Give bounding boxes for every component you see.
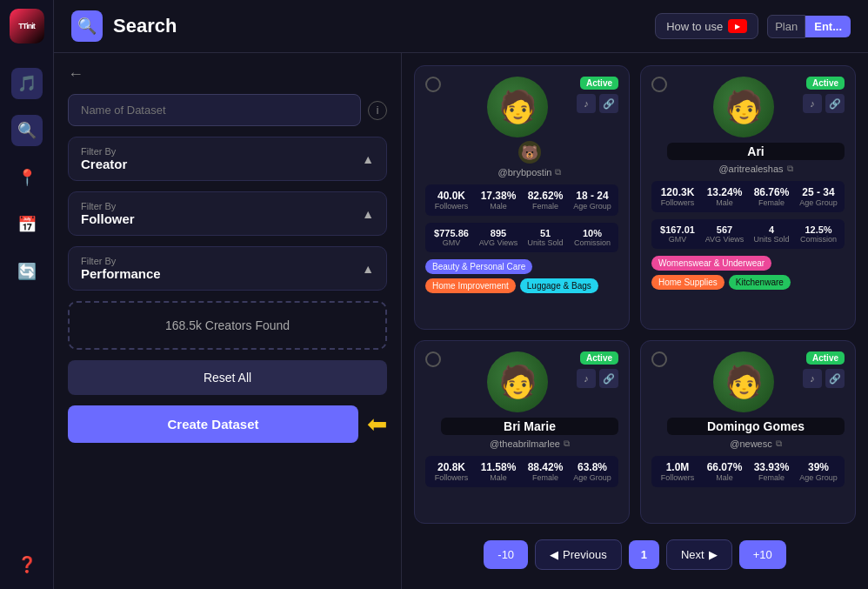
card-2-status: Active [806,77,845,90]
card-2-avatar: 🧑 [713,77,774,137]
card-1-copy-icon[interactable]: ⧉ [555,167,561,177]
filter-follower-section: Filter By Follower ▲ [68,191,387,236]
card-2-link-icon[interactable]: 🔗 [825,94,845,113]
page-number-button[interactable]: 1 [629,540,659,569]
card-1-select[interactable] [425,77,441,92]
filter-performance-label-small: Filter By [81,256,161,266]
filter-follower-toggle[interactable]: Filter By Follower ▲ [69,192,386,235]
sidebar-item-location[interactable]: 📍 [11,162,43,193]
card-4-age-stat: 39% Age Group [796,461,841,482]
card-1-platform-icons: ♪ 🔗 [577,94,618,113]
main-content: 🔍 Search How to use ▶ Plan Ent... ← i [54,0,868,589]
card-4-avatar: 🧑 [713,351,774,412]
card-1-age-stat: 18 - 24 Age Group [570,190,615,211]
card-2-handle: @aritrealeshas ⧉ [718,164,792,174]
card-4-displayname: Domingo Gomes [667,418,845,435]
card-3-handle: @theabrilmarlee ⧉ [490,438,570,449]
card-1-link-icon[interactable]: 🔗 [599,94,618,113]
card-2-female-stat: 86.76% Female [749,186,794,207]
sidebar-item-analytics[interactable]: 🔄 [11,256,43,287]
card-3-avatar: 🧑 [487,351,548,412]
card-2-unitssold-metric: 4 Units Sold [749,224,794,244]
previous-arrow-icon: ◀ [550,548,558,561]
next-button[interactable]: Next ▶ [666,539,732,570]
card-2-followers-stat: 120.3K Followers [655,186,700,207]
card-1-followers-stat: 40.0K Followers [429,190,474,211]
filter-performance-toggle[interactable]: Filter By Performance ▲ [69,247,386,290]
body-container: ← i Filter By Creator ▲ [54,53,868,589]
info-icon[interactable]: i [368,101,387,120]
card-1-tag-home[interactable]: Home Improvement [425,278,516,293]
card-2-tag-womenswear[interactable]: Womenswear & Underwear [651,256,771,271]
card-1-tiktok-icon[interactable]: ♪ [577,94,596,113]
card-3-select[interactable] [425,351,441,367]
card-4-link-icon[interactable]: 🔗 [825,369,845,388]
card-3-stats: 20.8K Followers 11.58% Male 88.42% Femal… [425,456,618,487]
previous-button[interactable]: ◀ Previous [535,539,622,570]
card-3-tiktok-icon[interactable]: ♪ [577,369,596,388]
card-2-tag-home-supplies[interactable]: Home Supplies [651,275,724,290]
sidebar-item-home[interactable]: 🎵 [11,68,43,99]
card-2-tiktok-icon[interactable]: ♪ [803,94,822,113]
card-2-select[interactable] [651,77,667,92]
plus-ten-button[interactable]: +10 [739,540,786,569]
creator-card-3: 🧑 Active ♪ 🔗 Bri Marie [414,340,630,524]
card-4-male-stat: 66.07% Male [702,461,747,482]
card-4-tiktok-icon[interactable]: ♪ [803,369,822,388]
filter-creator-label-small: Filter By [81,146,127,157]
app-logo[interactable]: TTinit [10,9,44,44]
card-3-link-icon[interactable]: 🔗 [599,369,618,388]
sidebar-item-search[interactable]: 🔍 [11,115,43,146]
card-2-age-stat: 25 - 34 Age Group [796,186,841,207]
next-arrow-icon: ▶ [709,548,718,561]
creator-card-2: 🧑 Active ♪ 🔗 Ari [640,65,856,330]
create-dataset-row: Create Dataset ⬅ [68,405,387,443]
how-to-use-button[interactable]: How to use ▶ [655,13,758,39]
card-1-tag-beauty[interactable]: Beauty & Personal Care [425,259,532,274]
card-4-select[interactable] [651,351,667,367]
card-1-commission-metric: 10% Comission [570,228,615,247]
card-2-tag-kitchenware[interactable]: Kitchenware [729,275,791,290]
card-2-platform-icons: ♪ 🔗 [803,94,845,113]
card-3-status: Active [580,351,618,365]
card-1-gmv-metric: $775.86 GMV [429,228,474,247]
card-2-top: 🧑 Active ♪ 🔗 Ari [651,77,845,174]
card-2-displayname: Ari [667,143,845,160]
reset-all-button[interactable]: Reset All [68,360,387,395]
filter-performance-section: Filter By Performance ▲ [68,246,387,291]
left-panel: ← i Filter By Creator ▲ [54,53,402,589]
card-4-female-stat: 33.93% Female [749,461,794,482]
sidebar-item-help[interactable]: ❓ [11,549,43,580]
card-1-tag-luggage[interactable]: Luggage & Bags [520,278,598,293]
card-1-avatar: 🧑 [487,77,548,137]
card-4-platform-icons: ♪ 🔗 [803,369,845,388]
how-to-label: How to use [666,20,723,33]
creator-card-1: 🧑 Active ♪ 🔗 🐻 [414,65,630,330]
filter-creator-label-big: Creator [81,157,127,171]
card-2-copy-icon[interactable]: ⧉ [787,164,793,174]
card-1-tags: Beauty & Personal Care Home Improvement … [425,259,618,293]
card-3-female-stat: 88.42% Female [523,461,568,482]
card-4-followers-stat: 1.0M Followers [655,461,700,482]
creators-found-text: 168.5k Creators Found [165,318,290,332]
card-1-status: Active [580,77,618,90]
dataset-name-input[interactable] [68,94,361,126]
minus-ten-button[interactable]: -10 [484,540,528,569]
card-1-badge: 🐻 [518,141,541,164]
sidebar-item-calendar[interactable]: 📅 [11,209,43,240]
filter-creator-toggle[interactable]: Filter By Creator ▲ [69,137,386,180]
filter-follower-label-big: Follower [81,211,135,226]
creators-found-box: 168.5k Creators Found [68,301,387,350]
card-1-metrics: $775.86 GMV 895 AVG Views 51 Units Sold [425,223,618,252]
card-3-copy-icon[interactable]: ⧉ [564,438,570,449]
back-button[interactable]: ← [68,65,83,84]
plan-value[interactable]: Ent... [805,16,851,37]
card-4-copy-icon[interactable]: ⧉ [776,438,782,449]
card-2-commission-metric: 12.5% Comission [796,224,841,244]
card-3-followers-stat: 20.8K Followers [429,461,474,482]
cards-grid: 🧑 Active ♪ 🔗 🐻 [414,65,856,524]
filter-performance-arrow-icon: ▲ [362,262,374,276]
create-dataset-button[interactable]: Create Dataset [68,405,358,443]
card-3-displayname: Bri Marie [441,418,618,435]
card-2-gmv-metric: $167.01 GMV [655,224,700,244]
